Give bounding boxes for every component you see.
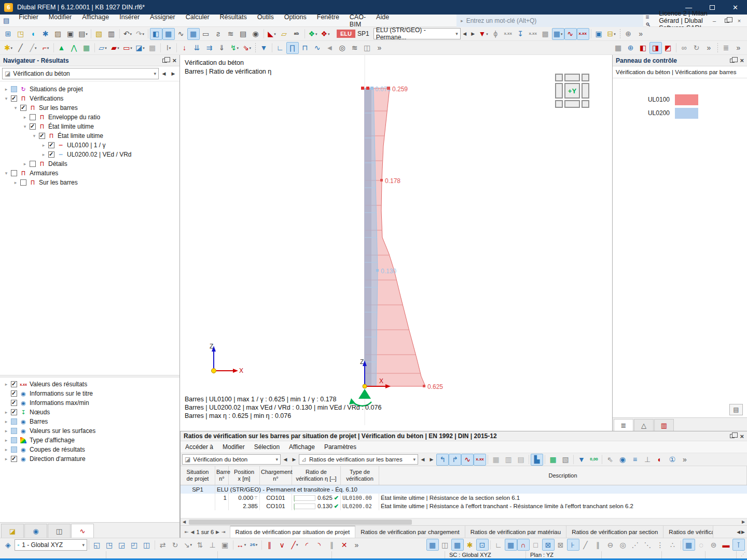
toolbar-icon[interactable]: ◪▾ (134, 42, 146, 54)
toolbar-icon[interactable] (53, 43, 54, 52)
toolbar-icon[interactable]: ∟ (274, 42, 286, 54)
float-panel-icon[interactable] (730, 59, 735, 63)
toolbar-icon[interactable]: ▼ (575, 454, 588, 466)
toolbar-icon[interactable]: ▣ (64, 28, 77, 40)
toolbar-icon[interactable]: ✱ (39, 28, 52, 40)
toolbar-icon[interactable]: x.xx (527, 28, 540, 40)
view-cube[interactable]: +Y (555, 74, 590, 109)
toolbar-icon[interactable]: ⊠ (542, 539, 555, 551)
toolbar-icon[interactable]: ▦▾ (552, 28, 564, 40)
toolbar-icon[interactable]: ↔▾ (235, 539, 247, 551)
toolbar-icon[interactable] (91, 29, 91, 38)
navigator-tab[interactable]: ◫ (48, 524, 71, 538)
toolbar-icon[interactable]: ▩ (146, 42, 159, 54)
toolbar-icon[interactable]: ϕ (490, 28, 502, 40)
toolbar-icon[interactable]: 0,00 (588, 454, 600, 466)
table-row[interactable]: 1 0.000⊤ CO101 0.625 ✔ UL0100.00 État li… (181, 494, 747, 502)
toolbar-icon[interactable]: ↻ (169, 539, 182, 551)
display-option-checkbox[interactable] (11, 428, 17, 434)
display-option-item[interactable]: ▸ ◉ Direction d'armature (1, 454, 179, 464)
display-option-item[interactable]: ▸ Type d'affichage (1, 436, 179, 445)
tree-item[interactable]: ▾ Π État limite ultime (1, 122, 179, 131)
first-page-icon[interactable]: ⇤ (185, 529, 189, 535)
tree-item[interactable]: ▸ Π Détails (1, 159, 179, 169)
toolbar-icon[interactable]: ≋ (349, 42, 361, 54)
toolbar-icon[interactable] (255, 43, 256, 52)
toolbar-icon[interactable]: ▤ (515, 454, 527, 466)
next-page-icon[interactable]: ▶ (216, 529, 219, 535)
toolbar-icon[interactable]: ▦ (426, 539, 439, 551)
toolbar-icon[interactable]: ⊕ (625, 42, 637, 54)
toolbar-icon[interactable]: ◳ (103, 539, 116, 551)
horizontal-scrollbar[interactable]: ◀ ▶ (181, 518, 747, 525)
toolbar-icon[interactable]: ① (666, 454, 679, 466)
toolbar-icon[interactable]: ✱▾ (2, 42, 15, 54)
toolbar-icon[interactable]: ∥ (264, 539, 276, 551)
toolbar-icon[interactable]: ∟ (492, 539, 505, 551)
toolbar-icon[interactable] (155, 540, 155, 550)
toolbar-icon[interactable]: ◉ (250, 28, 262, 40)
toolbar-icon[interactable] (488, 455, 488, 464)
display-option-item[interactable]: ▸ x.xx Valeurs des résultats (1, 380, 179, 389)
display-option-item[interactable]: ◉ Informations max/min (1, 398, 179, 408)
control-panel-tab[interactable]: △ (634, 419, 654, 431)
toolbar-icon[interactable]: ▼▾ (477, 28, 490, 40)
navigator-category-select[interactable]: ◪ Vérification du béton ▾ (2, 68, 159, 79)
tree-expander-icon[interactable]: ▸ (3, 87, 9, 92)
toolbar-icon[interactable]: ⇅ (194, 539, 206, 551)
toolbar-icon[interactable]: ╱▾ (288, 539, 301, 551)
toolbar-icon[interactable]: ⊺ (732, 539, 745, 551)
toolbar-icon[interactable]: ƨ (212, 28, 225, 40)
tree-checkbox[interactable] (11, 86, 17, 92)
display-option-checkbox[interactable] (11, 381, 17, 387)
toolbar-icon[interactable]: ▦ (187, 28, 200, 40)
tree-item[interactable]: ▸ Π Sur les barres (1, 178, 179, 187)
display-option-checkbox[interactable] (11, 390, 17, 397)
model-viewport[interactable]: 0.076 0.259 0.178 0.130 0.625 Z X Z (180, 55, 612, 431)
toolbar-icon[interactable] (545, 455, 545, 464)
toolbar-icon[interactable]: ◱ (91, 539, 103, 551)
toolbar-icon[interactable]: ◫ (439, 539, 451, 551)
toolbar-icon[interactable]: ab (290, 28, 303, 40)
toolbar-icon[interactable]: x.xx (502, 28, 515, 40)
display-option-checkbox[interactable] (11, 400, 17, 406)
tree-expander-icon[interactable]: ▸ (3, 456, 9, 461)
toolbar-icon[interactable] (619, 29, 621, 38)
toolbar-icon[interactable]: ⊜ (708, 539, 720, 551)
toolbar-icon[interactable] (681, 540, 681, 550)
toolbar-icon[interactable] (233, 540, 233, 550)
table-tab[interactable]: Ratios de vérificat (663, 526, 713, 538)
legend-entry[interactable]: UL0200 (613, 106, 747, 120)
node-icon[interactable] (363, 384, 367, 388)
toolbar-icon[interactable]: ⇖ (604, 454, 616, 466)
close-panel-icon[interactable]: × (740, 57, 744, 64)
toolbar-icon[interactable]: ▦ (80, 42, 93, 54)
previous-combination-button[interactable]: ◀ (461, 28, 469, 39)
search-expander-icon[interactable]: ▸ (461, 18, 463, 23)
toolbar-icon[interactable]: ▙ (531, 454, 543, 466)
toolbar-icon[interactable]: ▧ (93, 28, 105, 40)
toolbar-icon[interactable]: ∩ (517, 539, 530, 551)
table-type-next[interactable]: ▶ (427, 454, 436, 465)
table-column-header[interactable]: Type devérification (341, 466, 379, 485)
table-tab[interactable]: Ratios de vérification par chargement (355, 526, 465, 538)
toolbar-icon[interactable]: ▦ (612, 42, 625, 54)
display-option-item[interactable]: ◉ Informations sur le titre (1, 389, 179, 398)
tree-expander-icon[interactable]: ▸ (40, 152, 47, 157)
tree-expander-icon[interactable]: ▸ (3, 438, 9, 443)
toolbar-icon[interactable]: ◨ (649, 42, 662, 54)
display-option-item[interactable]: ▸ ◉ Barres (1, 417, 179, 426)
toolbar-icon[interactable]: ▦ (547, 454, 559, 466)
toolbar-icon[interactable]: ∨ (276, 539, 288, 551)
legend-entry[interactable]: UL0100 (613, 93, 747, 106)
search-icon[interactable]: ≡🔍︎ (645, 13, 651, 28)
toolbar-icon[interactable]: ▲ (56, 42, 68, 54)
navigator-next-button[interactable]: ▶ (169, 68, 177, 79)
table-column-header[interactable]: Barren° (215, 466, 229, 485)
toolbar-icon[interactable] (386, 42, 612, 54)
navigator-tab[interactable]: ◉ (24, 524, 47, 538)
table-category-previous[interactable]: ◀ (281, 454, 289, 465)
tree-checkbox[interactable] (11, 170, 17, 176)
toolbar-icon[interactable]: ▣ (593, 28, 605, 40)
view-cube-face-y[interactable]: +Y (564, 83, 580, 99)
